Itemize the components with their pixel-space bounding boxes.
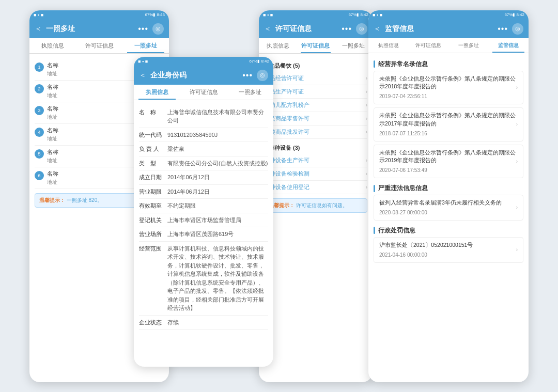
supervise-section-title-text: 严重违法信息信息: [378, 184, 428, 192]
supervise-item-date: 2020-07-06 17:53:49: [379, 166, 516, 174]
supervise-section-header: 经营异常名录信息: [374, 57, 523, 71]
tip-label-1: 温馨提示：: [39, 197, 65, 203]
status-bar-3: ■ ▪ ■ 67%▮ 8:42: [259, 10, 373, 20]
license-item[interactable]: 特种设备使用登记 ›: [264, 181, 367, 194]
time-2: 8:42: [261, 59, 269, 64]
license-item[interactable]: 酒类商品零售许可 ›: [264, 112, 367, 126]
more-button-1[interactable]: •••: [138, 24, 148, 34]
more-button-3[interactable]: •••: [342, 24, 352, 34]
battery-1: 67%▮: [145, 12, 155, 17]
status-bar-4: ■ ▪ ■ 67%▮ 8:42: [368, 10, 529, 20]
section-title: 食品餐饮 (5): [269, 62, 300, 70]
tab-permit-2[interactable]: 许可证信息: [180, 85, 227, 100]
phone-3: ■ ▪ ■ 67%▮ 8:42 ＜ 许可证信息 ••• ◎ 执照信息 许可证信息…: [259, 10, 373, 382]
section-bar: [374, 227, 375, 234]
tab-multiaddr-1[interactable]: 一照多址: [122, 38, 169, 53]
field-value: 913101203584590J: [167, 131, 268, 139]
field-label: 统一代码: [139, 131, 167, 139]
section-bar: [374, 60, 375, 68]
field-label: 企业状态: [139, 318, 167, 327]
tab-license-3[interactable]: 执照信息: [259, 38, 297, 53]
tab-license-2[interactable]: 执照信息: [134, 85, 180, 100]
battery-2: 67%▮: [249, 59, 259, 64]
license-item[interactable]: 酒类商品批发许可 ›: [264, 126, 367, 139]
info-row: 有效期至 不约定期限: [139, 199, 268, 213]
info-row: 负 责 人 梁佐泉: [139, 142, 268, 156]
tab-license-1[interactable]: 执照信息: [29, 38, 76, 53]
license-item[interactable]: 食品经营许可证 ›: [264, 72, 367, 85]
signal-2: ■ ▪ ■: [138, 59, 148, 64]
supervise-item-date: 2019-07-04 23:56:11: [379, 92, 516, 100]
back-button-1[interactable]: ＜: [35, 24, 42, 34]
tab-multiaddr-3[interactable]: 一照多址: [335, 38, 373, 53]
supervise-item[interactable]: 未依照《企业信息公示暂行条例》第八条规定的期限公示2018年度年度报告的 201…: [374, 71, 523, 105]
supervise-section-header: 严重违法信息信息: [374, 181, 523, 195]
supervise-item[interactable]: 沪市监长处〔2021〕052021000151号 2021-04-16 00:0…: [374, 237, 523, 263]
license-item[interactable]: 婴幼儿配方乳粉产 ›: [264, 99, 367, 112]
eye-button-2[interactable]: ◎: [257, 70, 268, 81]
back-button-4[interactable]: ＜: [374, 24, 381, 34]
chevron-right-icon: ›: [366, 184, 367, 190]
section-bar: [374, 185, 375, 192]
tab-multiaddr-2[interactable]: 一照多址: [227, 85, 273, 100]
supervise-item-content: 未依照《企业信息公示暂行条例》第八条规定的期限公示2017年度年度报告的: [379, 112, 516, 128]
phone-2: ■ ▪ ■ 67%▮ 8:42 ＜ 企业身份码 ••• ◎ 执照信息 许可证信息…: [134, 57, 273, 367]
field-label: 营业期限: [139, 187, 167, 196]
more-button-2[interactable]: •••: [242, 71, 253, 80]
tab-permit-3[interactable]: 许可证信息: [297, 38, 334, 53]
list-num: 4: [35, 128, 44, 137]
nav-bar-3: ＜ 许可证信息 ••• ◎: [259, 20, 373, 38]
field-label: 名 称: [139, 108, 167, 117]
nav-bar-4: ＜ 监管信息 ••• ◎: [368, 20, 529, 38]
signal-1: ■ ▪ ■: [34, 12, 43, 18]
back-button-3[interactable]: ＜: [264, 24, 271, 34]
supervise-item[interactable]: 被列入经营异常名录届满3年仍未履行相关义务的 2020-08-27 00:00:…: [374, 195, 523, 221]
field-value: 从事计算机科技、信息科技领域内的技术开发、技术咨询、技术转让、技术服务，计算机软…: [167, 244, 268, 312]
license-item[interactable]: 食品生产许可证 ›: [264, 85, 367, 99]
chevron-right-icon: ›: [516, 85, 518, 90]
field-value: 2014年06月12日: [167, 187, 268, 196]
supervise-item[interactable]: 未依照《企业信息公示暂行条例》第八条规定的期限公示2017年度年度报告的 201…: [374, 107, 523, 142]
eye-button-1[interactable]: ◎: [152, 23, 164, 35]
supervise-section: 严重违法信息信息 被列入经营异常名录届满3年仍未履行相关义务的 2020-08-…: [374, 181, 523, 221]
eye-button-4[interactable]: ◎: [512, 23, 523, 35]
tab-permit-1[interactable]: 许可证信息: [76, 38, 122, 53]
tab-supervise-4[interactable]: 监管信息: [489, 38, 529, 53]
eye-button-3[interactable]: ◎: [356, 23, 367, 35]
info-row: 登记机关 上海市奉贤区市场监督管理局: [139, 213, 268, 228]
license-item[interactable]: 特种设备检验检测 ›: [264, 167, 367, 181]
back-button-2[interactable]: ＜: [139, 71, 146, 80]
chevron-right-icon: ›: [366, 171, 367, 177]
signal-4: ■ ▪ ■: [373, 12, 382, 18]
supervise-section-title-text: 经营异常名录信息: [378, 60, 428, 68]
tab-license-4[interactable]: 执照信息: [368, 38, 409, 53]
section-header: 食品餐饮 (5): [264, 59, 367, 72]
list-num: 2: [35, 84, 44, 93]
section-title: 特种设备 (3): [269, 144, 300, 152]
field-label: 登记机关: [139, 216, 167, 225]
status-bar-1: ■ ▪ ■ 67%▮ 8:43: [29, 10, 169, 20]
phone-4: ■ ▪ ■ 67%▮ 8:42 ＜ 监管信息 ••• ◎ 执照信息 许可证信息 …: [368, 10, 529, 382]
tab-permit-4[interactable]: 许可证信息: [409, 38, 449, 53]
tab-bar-3: 执照信息 许可证信息 一照多址: [259, 38, 373, 54]
license-item[interactable]: 特种设备生产许可 ›: [264, 154, 367, 167]
supervise-item[interactable]: 未依照《企业信息公示暂行条例》第八条规定的期限公示2019年度年度报告的 202…: [374, 145, 523, 179]
list-num: 6: [35, 171, 44, 180]
field-label: 营业场所: [139, 230, 167, 239]
more-button-4[interactable]: •••: [498, 24, 508, 34]
page-title-4: 监管信息: [385, 24, 493, 34]
chevron-right-icon: ›: [366, 158, 367, 163]
chevron-right-icon: ›: [366, 129, 367, 135]
nav-bar-1: ＜ 一照多址 ••• ◎: [29, 20, 169, 38]
info-row: 统一代码 913101203584590J: [139, 128, 268, 143]
tab-multiaddr-4[interactable]: 一照多址: [448, 38, 489, 53]
info-row: 企业状态 存续: [139, 316, 268, 330]
info-row: 名 称 上海普华诚信信息技术有限公司奉贤分公司: [139, 105, 268, 128]
chevron-right-icon: ›: [516, 205, 518, 210]
license-section: 特种设备 (3) 特种设备生产许可 › 特种设备检验检测 › 特种设备使用登记 …: [264, 141, 367, 194]
chevron-right-icon: ›: [366, 75, 367, 81]
field-value: 上海市奉贤区市场监督管理局: [167, 216, 268, 225]
chevron-right-icon: ›: [366, 116, 367, 121]
nav-bar-2: ＜ 企业身份码 ••• ◎: [134, 66, 273, 85]
time-3: 8:42: [360, 12, 368, 17]
